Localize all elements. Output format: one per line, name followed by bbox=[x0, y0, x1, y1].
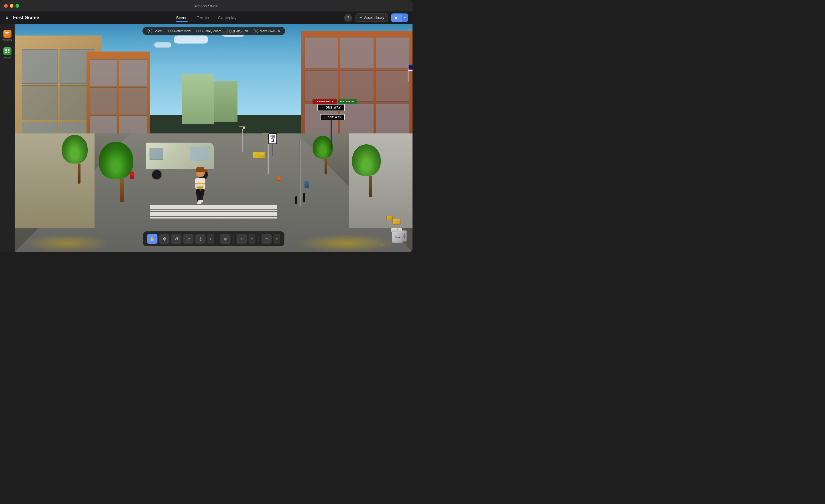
tree-trunk-far-left bbox=[78, 164, 80, 183]
tree-canopy-right bbox=[352, 144, 381, 176]
tab-gameplay[interactable]: Gameplay bbox=[218, 14, 236, 21]
character-body bbox=[195, 178, 205, 189]
snap-tool-button[interactable]: ◎ bbox=[220, 234, 231, 244]
flag-canton bbox=[408, 65, 412, 69]
speed-sign-pole bbox=[273, 144, 273, 156]
van-wheel-front bbox=[152, 170, 162, 180]
toolbar-zoom[interactable]: ⊕ (Scroll) Zoom bbox=[196, 29, 221, 33]
move-tool-button[interactable]: ✥ bbox=[159, 234, 169, 244]
window bbox=[90, 87, 118, 114]
window bbox=[376, 103, 409, 135]
rotate-tool-button[interactable]: ↺ bbox=[171, 234, 181, 244]
tree-right bbox=[361, 144, 381, 197]
window bbox=[340, 103, 374, 135]
box-2 bbox=[386, 216, 393, 220]
tab-terrain[interactable]: Terrain bbox=[197, 14, 209, 21]
american-flag bbox=[407, 65, 408, 82]
maximize-button[interactable] bbox=[15, 4, 19, 8]
svg-rect-0 bbox=[5, 32, 9, 33]
viewport: SPEED LIMIT 15 CRANBERRY ST WILLOW ST ← … bbox=[15, 24, 412, 252]
view-dropdown[interactable]: ▾ bbox=[274, 234, 281, 244]
menubar: ≡ First Scene Scene Terrain Gameplay ? ✦… bbox=[0, 11, 412, 24]
character bbox=[190, 168, 211, 211]
transform-dropdown[interactable]: ▾ bbox=[207, 234, 214, 244]
hamburger-button[interactable]: ≡ bbox=[5, 14, 9, 21]
window bbox=[376, 70, 409, 102]
toolbar-move[interactable]: ⊕ Move (WASD) bbox=[254, 29, 280, 33]
transform-tool-button[interactable]: ⊹ bbox=[195, 234, 206, 244]
close-button[interactable] bbox=[4, 4, 8, 8]
asset-library-button[interactable]: ✦ Asset Library bbox=[356, 13, 388, 22]
bg-building-center bbox=[182, 74, 214, 124]
nav-tabs: Scene Terrain Gameplay bbox=[176, 14, 236, 21]
scene-title: First Scene bbox=[13, 15, 39, 21]
grid-tool-button[interactable]: ⊞ bbox=[237, 234, 247, 244]
tall-pole-right bbox=[299, 141, 301, 206]
pan-icon: ⊙ bbox=[227, 29, 231, 33]
oneway-arrow-2: ← bbox=[323, 116, 326, 118]
zoom-icon: ⊕ bbox=[196, 29, 201, 33]
sidebar-item-explorer[interactable]: Explorer bbox=[1, 27, 14, 44]
crosswalk bbox=[150, 204, 277, 219]
tree-canopy-left bbox=[99, 142, 133, 179]
help-button[interactable]: ? bbox=[344, 14, 352, 22]
scene-background: SPEED LIMIT 15 CRANBERRY ST WILLOW ST ← … bbox=[15, 24, 412, 252]
character-head bbox=[196, 168, 205, 177]
oneway-post bbox=[330, 120, 332, 149]
tab-scene[interactable]: Scene bbox=[176, 14, 188, 21]
van-side-window bbox=[150, 148, 163, 160]
tree-left-front bbox=[110, 142, 133, 202]
lamppost-pole-far bbox=[242, 129, 243, 152]
bg-building-center2 bbox=[214, 81, 237, 122]
scale-tool-button[interactable]: ⤢ bbox=[183, 234, 194, 244]
view-tool-button[interactable]: ▭ bbox=[261, 234, 272, 244]
viewport-toolbar: Select ↺ Rotate view ⊕ (Scroll) Zoom ⊙ (… bbox=[142, 27, 285, 35]
svg-rect-4 bbox=[8, 49, 9, 51]
asset-library-star-icon: ✦ bbox=[359, 15, 362, 20]
rotate-icon: ↺ bbox=[168, 29, 173, 33]
hand-tool-button[interactable]: ✋ bbox=[147, 234, 158, 244]
tree-trunk-mid-right bbox=[324, 159, 327, 174]
tree-far-left bbox=[70, 135, 88, 183]
tree-trunk-right bbox=[369, 176, 372, 197]
svg-rect-3 bbox=[5, 49, 7, 51]
svg-rect-1 bbox=[5, 33, 8, 34]
van-windshield bbox=[190, 147, 210, 161]
window-title: Yahaha Studio bbox=[194, 4, 218, 8]
cloud-3 bbox=[154, 43, 171, 48]
grid-dropdown[interactable]: ▾ bbox=[249, 234, 255, 244]
toolbar-pan[interactable]: ⊙ (Hold) Pan bbox=[227, 29, 248, 33]
crosswalk-stripe bbox=[150, 214, 277, 216]
assets-label: Assets bbox=[3, 56, 11, 59]
play-button[interactable]: ▶ bbox=[391, 13, 401, 22]
gizmo-cube[interactable]: Front Right X Y Z bbox=[388, 227, 408, 247]
sidebar-item-assets[interactable]: Assets bbox=[1, 45, 14, 61]
pan-label: (Hold) Pan bbox=[233, 29, 248, 33]
lamppost-light-far bbox=[243, 127, 245, 129]
play-dropdown-button[interactable]: ▾ bbox=[401, 13, 408, 22]
gizmo-z-axis: Z bbox=[389, 243, 391, 246]
play-controls: ▶ ▾ bbox=[391, 13, 408, 22]
traffic-cone bbox=[277, 175, 281, 181]
bottom-toolbar: ✋ ✥ ↺ ⤢ ⊹ ▾ ◎ ⊞ ▾ ▭ ▾ bbox=[143, 231, 285, 246]
zoom-label: (Scroll) Zoom bbox=[202, 29, 221, 33]
window bbox=[304, 37, 338, 69]
traffic-lights bbox=[4, 4, 19, 8]
expand-button[interactable] bbox=[379, 242, 384, 247]
toolbar-select[interactable]: Select bbox=[148, 29, 162, 33]
toolbar-rotate[interactable]: ↺ Rotate view bbox=[168, 29, 191, 33]
titlebar: Yahaha Studio bbox=[0, 0, 412, 11]
window bbox=[340, 37, 374, 69]
gizmo-x-axis: X bbox=[404, 243, 406, 246]
bollard-2 bbox=[295, 196, 297, 204]
minimize-button[interactable] bbox=[10, 4, 13, 8]
main-area: Explorer Assets bbox=[0, 24, 412, 252]
oneway-sign-2: ← ONE WAY bbox=[320, 114, 345, 120]
oneway-pole: ← ONE WAY ← ONE WAY bbox=[317, 104, 345, 149]
toolbar-separator-3 bbox=[258, 235, 259, 243]
move-icon: ⊕ bbox=[254, 29, 258, 33]
character-shoe-right bbox=[198, 200, 203, 202]
fanny-pack bbox=[197, 186, 203, 189]
window bbox=[119, 87, 147, 114]
speed-limit-sign: SPEED LIMIT 15 bbox=[269, 134, 277, 156]
